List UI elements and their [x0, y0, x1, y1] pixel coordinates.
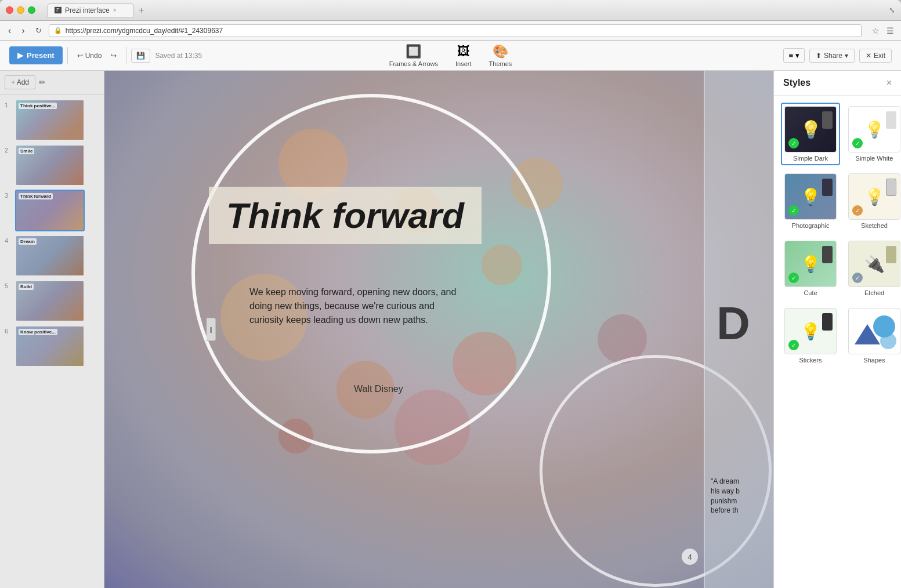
edit-mode-button[interactable]: ✏	[39, 78, 46, 87]
toolbar-divider-1	[67, 47, 68, 64]
window-collapse-button[interactable]: ⤡	[889, 6, 895, 14]
right-letter: D	[717, 297, 750, 350]
close-traffic-light[interactable]	[6, 6, 13, 14]
insert-button[interactable]: 🖼 Insert	[455, 44, 472, 67]
style-item-photographic[interactable]: 💡 ✓ Photographic	[781, 170, 840, 233]
style-label-simple-dark: Simple Dark	[793, 155, 828, 162]
add-slide-button[interactable]: + Add	[5, 75, 35, 89]
slide-thumbnail-4[interactable]: Dream	[15, 235, 85, 277]
undo-button[interactable]: ↩ Undo	[73, 49, 107, 62]
style-item-simple-dark[interactable]: 💡 ✓ Simple Dark	[781, 103, 840, 165]
slide-number-4: 4	[5, 237, 12, 244]
slide-author: Walt Disney	[354, 384, 403, 394]
list-item: 5 Build	[5, 280, 99, 322]
share-icon: ⬆	[816, 52, 822, 60]
styles-panel-close-button[interactable]: ×	[886, 78, 892, 88]
slide-number-3: 3	[5, 192, 12, 199]
style-item-etched[interactable]: 🔌 ✓ Etched	[845, 237, 901, 300]
save-button[interactable]: 💾	[131, 49, 150, 63]
style-label-sketched: Sketched	[861, 222, 888, 229]
slide-title: Think forward	[226, 195, 464, 235]
canvas-area[interactable]: Think forward We keep moving forward, op…	[104, 71, 773, 588]
minimize-traffic-light[interactable]	[17, 6, 24, 14]
style-item-sketched[interactable]: 💡 ✓ Sketched	[845, 170, 901, 233]
slide-panel-header: + Add ✏	[0, 71, 104, 95]
pencil-icon: ✏	[39, 78, 46, 87]
lock-icon: 🔒	[54, 27, 62, 34]
bokeh-overlay	[104, 71, 773, 588]
collapse-icon: ‖	[209, 326, 212, 333]
slide-label-5: Build	[19, 284, 34, 290]
tab-title: Prezi interface	[65, 6, 110, 14]
style-item-cute[interactable]: 💡 ✓ Cute	[781, 237, 840, 300]
frames-arrows-button[interactable]: 🔲 Frames & Arrows	[389, 44, 438, 67]
forward-button[interactable]: ›	[18, 24, 28, 37]
styles-grid: 💡 ✓ Simple Dark 💡	[774, 96, 901, 374]
exit-button[interactable]: ✕ Exit	[859, 49, 892, 63]
new-tab-button[interactable]: +	[134, 3, 149, 18]
exit-icon: ✕	[866, 52, 871, 60]
style-item-shapes[interactable]: Shapes	[845, 304, 901, 367]
browser-tab[interactable]: 🅿 Prezi interface ×	[47, 3, 134, 17]
style-thumb-stickers: 💡 ✓	[784, 308, 837, 354]
slide-thumbnail-3[interactable]: Think forward	[15, 190, 85, 231]
slide-thumbnail-5[interactable]: Build	[15, 280, 85, 322]
menu-button[interactable]: ☰	[884, 25, 896, 37]
hamburger-icon: ≡	[788, 51, 793, 60]
add-slide-label: + Add	[11, 78, 29, 86]
slide-thumbnail-2[interactable]: Smile	[15, 144, 85, 186]
slide-label-1: Think positive...	[19, 103, 57, 109]
undo-icon: ↩	[77, 52, 83, 60]
style-item-simple-white[interactable]: 💡 ✓ Simple White	[845, 103, 901, 165]
title-bar: 🅿 Prezi interface × + ⤡	[0, 0, 901, 21]
back-button[interactable]: ‹	[5, 24, 15, 37]
address-bar[interactable]: 🔒 https://prezi.com/ydgmcdcu_day/edit/#1…	[49, 24, 862, 37]
right-partial-slide: D "A dream his way b punishm before th	[704, 71, 773, 588]
slide-number-6: 6	[5, 328, 12, 335]
slide-number-5: 5	[5, 282, 12, 289]
present-button[interactable]: ▶ Present	[9, 46, 63, 64]
save-icon: 💾	[136, 52, 145, 60]
style-label-stickers: Stickers	[799, 357, 822, 364]
slide-thumbnail-6[interactable]: Know positive...	[15, 325, 85, 367]
styles-panel: Styles × 💡 ✓ Simple Dark	[773, 71, 901, 588]
style-label-cute: Cute	[804, 289, 817, 296]
collapse-handle[interactable]: ‖	[207, 318, 216, 341]
slide-label-3: Think forward	[19, 193, 53, 199]
canvas-background: Think forward We keep moving forward, op…	[104, 71, 773, 588]
slide-label-4: Dream	[19, 238, 37, 245]
redo-button[interactable]: ↪	[106, 49, 121, 62]
nav-bar: ‹ › ↻ 🔒 https://prezi.com/ydgmcdcu_day/e…	[0, 21, 901, 41]
refresh-button[interactable]: ↻	[32, 25, 45, 36]
exit-label: Exit	[874, 52, 885, 60]
app-area: ▶ Present ↩ Undo ↪ 💾 Saved at 13:35 🔲 Fr…	[0, 41, 901, 588]
slide-thumbnail-1[interactable]: Think positive...	[15, 99, 85, 141]
style-label-photographic: Photographic	[792, 222, 830, 229]
maximize-traffic-light[interactable]	[28, 6, 35, 14]
style-thumb-photographic: 💡 ✓	[784, 173, 837, 220]
traffic-lights	[6, 6, 35, 14]
style-label-simple-white: Simple White	[856, 155, 893, 162]
nav-right: ☆ ☰	[870, 25, 896, 37]
themes-label: Themes	[489, 60, 512, 67]
redo-icon: ↪	[111, 52, 117, 60]
bookmark-button[interactable]: ☆	[870, 25, 882, 37]
slide-label-2: Smile	[19, 148, 34, 154]
themes-button[interactable]: 🎨 Themes	[489, 44, 512, 67]
share-button[interactable]: ⬆ Share ▾	[809, 49, 855, 63]
tab-close-button[interactable]: ×	[113, 7, 117, 13]
styles-panel-title: Styles	[783, 78, 810, 88]
frames-arrows-icon: 🔲	[406, 44, 421, 59]
main-circle-frame	[191, 94, 551, 453]
slide-number-1: 1	[5, 101, 12, 108]
slide-body-text: We keep moving forward, opening new door…	[249, 285, 458, 327]
style-label-shapes: Shapes	[863, 357, 885, 364]
themes-icon: 🎨	[493, 44, 508, 59]
url-text: https://prezi.com/ydgmcdcu_day/edit/#1_2…	[66, 27, 223, 35]
hamburger-button[interactable]: ≡ ▾	[783, 48, 804, 63]
share-label: Share	[824, 52, 842, 60]
style-item-stickers[interactable]: 💡 ✓ Stickers	[781, 304, 840, 367]
list-item: 2 Smile	[5, 144, 99, 186]
styles-panel-header: Styles ×	[774, 71, 901, 96]
slide-label-6: Know positive...	[19, 329, 57, 335]
